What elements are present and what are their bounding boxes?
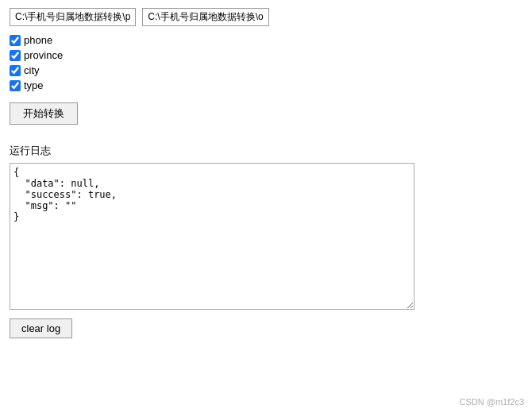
input-file-button[interactable]: C:\手机号归属地数据转换\p	[10, 8, 136, 26]
clear-log-button[interactable]: clear log	[10, 318, 72, 338]
checkbox-phone-input[interactable]	[10, 35, 21, 46]
log-title: 运行日志	[10, 144, 522, 158]
checkbox-province-label: province	[24, 49, 63, 61]
checkbox-phone-label: phone	[24, 34, 52, 46]
checkbox-phone[interactable]: phone	[10, 34, 522, 46]
checkbox-group: phone province city type	[10, 34, 522, 91]
checkbox-type-input[interactable]	[10, 80, 21, 91]
output-file-button[interactable]: C:\手机号归属地数据转换\o	[142, 8, 268, 26]
checkbox-province[interactable]: province	[10, 49, 522, 61]
checkbox-city-label: city	[24, 64, 40, 76]
checkbox-type[interactable]: type	[10, 79, 522, 91]
main-container: C:\手机号归属地数据转换\p C:\手机号归属地数据转换\o phone pr…	[0, 0, 532, 346]
checkbox-province-input[interactable]	[10, 50, 21, 61]
watermark: CSDN @m1f2c3	[460, 397, 524, 407]
file-row: C:\手机号归属地数据转换\p C:\手机号归属地数据转换\o	[10, 8, 522, 26]
checkbox-city[interactable]: city	[10, 64, 522, 76]
start-button[interactable]: 开始转换	[10, 102, 78, 125]
log-section: 运行日志 clear log	[10, 144, 522, 338]
checkbox-city-input[interactable]	[10, 65, 21, 76]
checkbox-type-label: type	[24, 79, 44, 91]
log-textarea[interactable]	[10, 163, 414, 310]
